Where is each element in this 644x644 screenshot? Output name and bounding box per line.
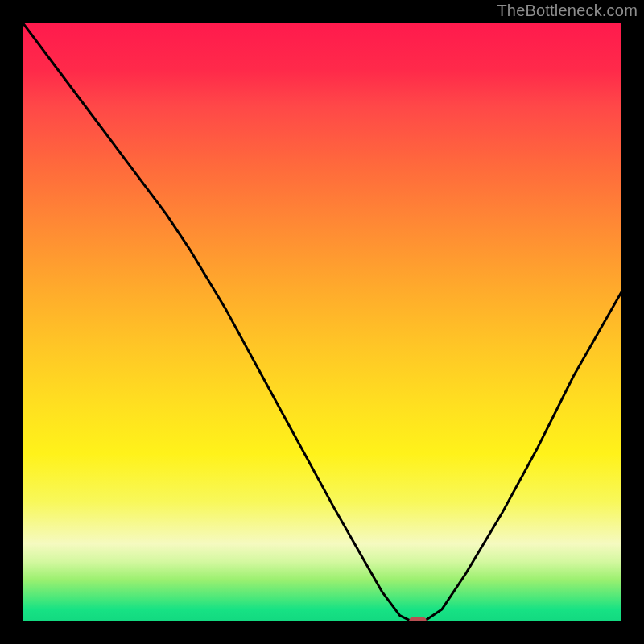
optimal-marker	[409, 617, 427, 621]
bottleneck-curve	[23, 23, 621, 621]
plot-area	[23, 23, 621, 621]
watermark-text: TheBottleneck.com	[497, 2, 638, 20]
chart-frame: TheBottleneck.com	[0, 0, 644, 644]
